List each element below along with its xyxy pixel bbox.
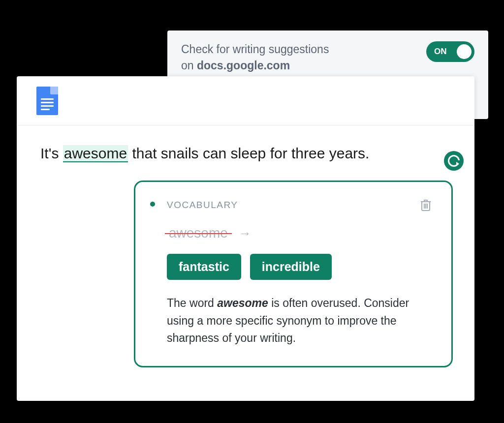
- toggle-state-label: ON: [434, 47, 447, 57]
- suggestion-category: VOCABULARY: [167, 200, 238, 211]
- suggestion-explanation: The word awesome is often overused. Cons…: [167, 295, 432, 347]
- sentence-after: that snails can sleep for three years.: [128, 145, 369, 161]
- replacement-chips: fantastic incredible: [167, 254, 432, 280]
- toggle-line1: Check for writing suggestions: [181, 43, 329, 56]
- google-docs-icon: [36, 87, 58, 115]
- original-word-row: awesome →: [167, 225, 432, 241]
- document-window: It's awesome that snails can sleep for t…: [17, 76, 474, 401]
- explanation-pre: The word: [167, 297, 217, 309]
- suggestion-card: VOCABULARY awesome → fantastic incredib: [134, 181, 453, 367]
- grammarly-logo-icon: [448, 155, 460, 167]
- sentence-before: It's: [40, 145, 63, 161]
- explanation-em: awesome: [217, 297, 268, 309]
- toggle-line2-prefix: on: [181, 59, 197, 72]
- category-dot-icon: [150, 202, 155, 207]
- replacement-chip-fantastic[interactable]: fantastic: [167, 254, 241, 280]
- arrow-right-icon: →: [239, 226, 252, 241]
- toggle-domain: docs.google.com: [197, 59, 290, 72]
- original-word: awesome: [167, 225, 230, 241]
- flagged-word[interactable]: awesome: [63, 145, 128, 162]
- document-body[interactable]: It's awesome that snails can sleep for t…: [17, 125, 474, 181]
- dismiss-suggestion-button[interactable]: [420, 199, 432, 212]
- grammarly-badge[interactable]: [444, 151, 464, 171]
- toggle-description: Check for writing suggestions on docs.go…: [181, 41, 329, 74]
- document-header: [17, 76, 474, 125]
- replacement-chip-incredible[interactable]: incredible: [250, 254, 332, 280]
- toggle-knob: [457, 44, 472, 59]
- document-sentence: It's awesome that snails can sleep for t…: [40, 143, 451, 164]
- suggestions-toggle[interactable]: ON: [426, 41, 474, 62]
